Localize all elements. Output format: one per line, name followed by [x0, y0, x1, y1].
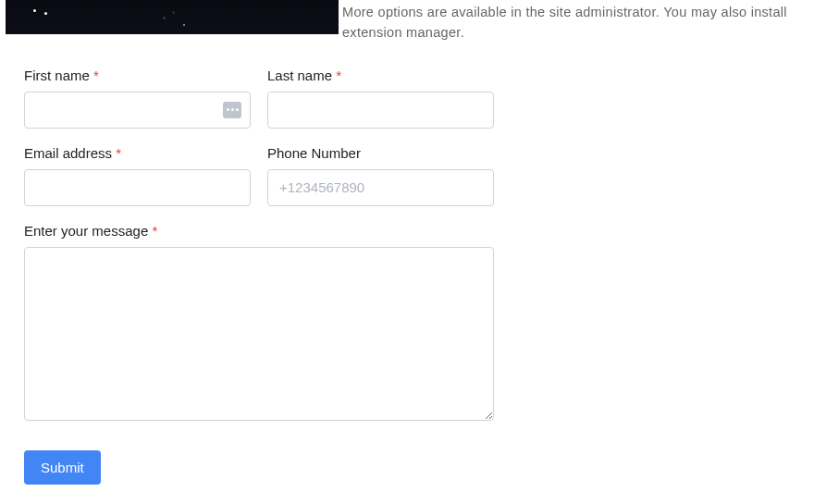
email-group: Email address *	[24, 145, 251, 206]
required-asterisk: *	[152, 223, 157, 239]
last-name-label-text: Last name	[267, 68, 332, 83]
required-asterisk: *	[116, 145, 121, 161]
email-input[interactable]	[24, 169, 251, 206]
first-name-input[interactable]	[24, 92, 251, 129]
phone-label: Phone Number	[267, 145, 494, 161]
message-group: Enter your message *	[24, 223, 494, 424]
phone-group: Phone Number	[267, 145, 494, 206]
email-label-text: Email address	[24, 145, 112, 161]
required-asterisk: *	[336, 68, 341, 83]
hero-image	[6, 0, 339, 34]
first-name-label: First name *	[24, 68, 251, 83]
last-name-input[interactable]	[267, 92, 494, 129]
intro-text: More options are available in the site a…	[339, 0, 814, 43]
message-label-text: Enter your message	[24, 223, 148, 239]
last-name-label: Last name *	[267, 68, 494, 83]
submit-button[interactable]: Submit	[24, 450, 101, 485]
contact-form: First name * Last name * Email address *	[0, 43, 518, 504]
autofill-icon[interactable]	[223, 102, 241, 118]
phone-input[interactable]	[267, 169, 494, 206]
email-label: Email address *	[24, 145, 251, 161]
message-label: Enter your message *	[24, 223, 494, 239]
phone-label-text: Phone Number	[267, 145, 361, 161]
required-asterisk: *	[93, 68, 99, 83]
message-textarea[interactable]	[24, 247, 494, 421]
first-name-group: First name *	[24, 68, 251, 129]
last-name-group: Last name *	[267, 68, 494, 129]
first-name-label-text: First name	[24, 68, 90, 83]
